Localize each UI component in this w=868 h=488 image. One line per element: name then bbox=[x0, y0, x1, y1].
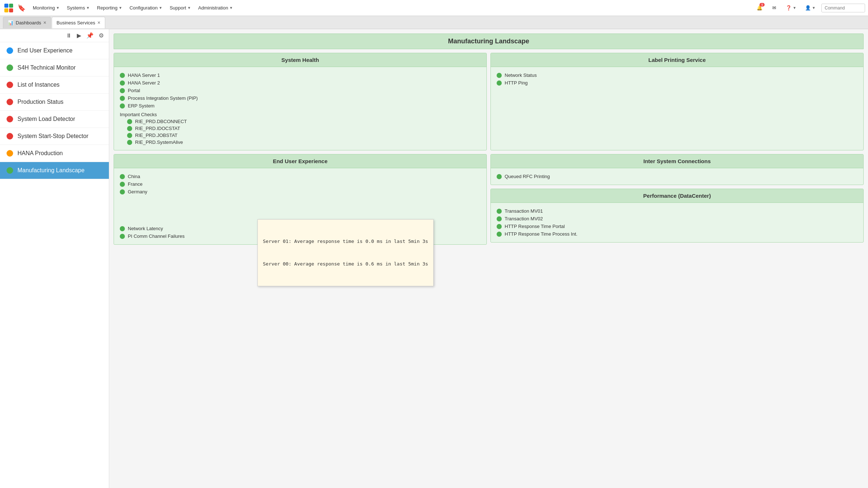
dashboards-icon: 📊 bbox=[8, 20, 13, 25]
pause-button[interactable]: ⏸ bbox=[64, 32, 73, 40]
panel-label-printing: Label Printing Service Network Status HT… bbox=[490, 53, 864, 150]
dropdown-arrow: ▼ bbox=[187, 6, 191, 10]
notification-badge: 9 bbox=[760, 3, 765, 7]
sidebar-item-list-instances[interactable]: List of Instances bbox=[0, 76, 109, 94]
pin-icon[interactable]: 📌 bbox=[85, 31, 95, 40]
list-item: HTTP Ping bbox=[497, 79, 857, 87]
status-dot bbox=[497, 209, 502, 214]
topnav-right-section: 🔔 9 ✉ ❓ ▼ 👤 ▼ bbox=[754, 2, 865, 14]
sidebar-item-system-load[interactable]: System Load Detector bbox=[0, 111, 109, 128]
command-input[interactable] bbox=[821, 4, 865, 12]
status-dot-manufacturing bbox=[7, 167, 13, 174]
nav-systems[interactable]: Systems ▼ bbox=[64, 4, 93, 12]
help-icon: ❓ bbox=[786, 5, 792, 11]
list-item: RIE_PRD.SystemAlive bbox=[120, 139, 481, 146]
sidebar-label-manufacturing: Manufacturing Landscape bbox=[17, 167, 84, 174]
list-item: ERP System bbox=[120, 102, 481, 110]
sidebar-label-hana-production: HANA Production bbox=[17, 150, 63, 157]
dropdown-arrow: ▼ bbox=[86, 6, 90, 10]
panel-inter-system-body: Queued RFC Printing bbox=[491, 168, 863, 185]
landscape-header: Manufacturing Landscape bbox=[114, 34, 864, 49]
tab-business-services[interactable]: Business Services × bbox=[52, 17, 105, 28]
status-dot-production-status bbox=[7, 99, 13, 105]
list-item: Network Status bbox=[497, 71, 857, 79]
panel-system-health-body: HANA Server 1 HANA Server 2 Portal bbox=[114, 67, 486, 150]
tab-dashboards[interactable]: 📊 Dashboards × bbox=[3, 17, 51, 28]
sidebar-item-production-status[interactable]: Production Status bbox=[0, 94, 109, 111]
status-dot bbox=[120, 189, 125, 194]
status-dot bbox=[497, 73, 502, 78]
section-label-important-checks: Important Checks bbox=[120, 110, 481, 118]
panel-system-health: System Health HANA Server 1 HANA Server … bbox=[114, 53, 487, 150]
dropdown-arrow: ▼ bbox=[229, 6, 233, 10]
list-item: France bbox=[120, 180, 481, 188]
panel-inter-system-header: Inter System Connections bbox=[491, 154, 863, 168]
sidebar-item-s4h-technical[interactable]: S4H Technical Monitor bbox=[0, 59, 109, 76]
help-button[interactable]: ❓ ▼ bbox=[783, 4, 799, 12]
settings-icon[interactable]: ⚙ bbox=[97, 31, 105, 40]
play-button[interactable]: ▶ bbox=[75, 31, 83, 40]
status-dot bbox=[120, 96, 125, 101]
list-item: HANA Server 1 bbox=[120, 71, 481, 79]
sidebar-label-end-user-experience: End User Experience bbox=[17, 47, 72, 54]
list-item: RIE_PRD.JOBSTAT bbox=[120, 132, 481, 139]
dropdown-arrow: ▼ bbox=[56, 6, 60, 10]
tooltip-line1: Server 01: Average response time is 0.0 … bbox=[263, 238, 428, 245]
panel-label-printing-body: Network Status HTTP Ping bbox=[491, 67, 863, 91]
nav-reporting[interactable]: Reporting ▼ bbox=[94, 4, 125, 12]
status-dot-s4h bbox=[7, 64, 13, 71]
notifications-button[interactable]: 🔔 9 bbox=[754, 2, 765, 14]
list-item: HTTP Response Time Process Int. bbox=[497, 230, 857, 238]
app-logo[interactable] bbox=[3, 2, 15, 14]
list-item: Queued RFC Printing bbox=[497, 173, 857, 180]
panel-system-health-header: System Health bbox=[114, 53, 486, 67]
status-dot-hana-production bbox=[7, 150, 13, 157]
nav-configuration[interactable]: Configuration ▼ bbox=[127, 4, 165, 12]
tab-business-services-label: Business Services bbox=[56, 20, 95, 25]
sidebar-item-end-user-experience[interactable]: End User Experience bbox=[0, 42, 109, 59]
top-panels-grid: System Health HANA Server 1 HANA Server … bbox=[114, 53, 864, 150]
user-button[interactable]: 👤 ▼ bbox=[802, 4, 818, 12]
content-wrapper: Manufacturing Landscape System Health HA… bbox=[114, 34, 864, 245]
panel-performance: Performance (DataCenter) Transaction MV0… bbox=[490, 189, 864, 243]
status-dot bbox=[497, 224, 502, 229]
list-item: Transaction MV02 bbox=[497, 215, 857, 223]
status-dot bbox=[120, 234, 125, 239]
status-dot bbox=[497, 216, 502, 221]
status-dot-list-instances bbox=[7, 82, 13, 88]
list-item-germany: Germany bbox=[120, 188, 481, 196]
main-layout: ⏸ ▶ 📌 ⚙ End User Experience S4H Technica… bbox=[0, 29, 868, 488]
nav-support[interactable]: Support ▼ bbox=[167, 4, 194, 12]
status-dot bbox=[120, 73, 125, 78]
sidebar-label-list-instances: List of Instances bbox=[17, 82, 60, 88]
status-dot bbox=[120, 174, 125, 179]
sidebar-toolbar: ⏸ ▶ 📌 ⚙ bbox=[0, 29, 109, 42]
sidebar-item-hana-production[interactable]: HANA Production bbox=[0, 145, 109, 162]
status-dot bbox=[497, 232, 502, 237]
bottom-panels-grid: End User Experience China France bbox=[114, 154, 864, 245]
user-icon: 👤 bbox=[805, 5, 811, 11]
panel-inter-system: Inter System Connections Queued RFC Prin… bbox=[490, 154, 864, 185]
mail-button[interactable]: ✉ bbox=[768, 2, 780, 14]
svg-rect-0 bbox=[4, 4, 8, 8]
status-dot-system-load bbox=[7, 116, 13, 122]
list-item: Transaction MV01 bbox=[497, 207, 857, 215]
sidebar-item-manufacturing[interactable]: Manufacturing Landscape bbox=[0, 162, 109, 179]
dropdown-arrow: ▼ bbox=[159, 6, 162, 10]
list-item: China bbox=[120, 173, 481, 180]
nav-monitoring[interactable]: Monitoring ▼ bbox=[30, 4, 63, 12]
status-dot bbox=[127, 126, 132, 131]
bookmark-icon[interactable]: 🔖 bbox=[17, 4, 25, 12]
status-dot bbox=[120, 88, 125, 93]
nav-administration[interactable]: Administration ▼ bbox=[195, 4, 236, 12]
status-dot-start-stop bbox=[7, 133, 13, 139]
tab-dashboards-close[interactable]: × bbox=[43, 20, 46, 25]
dropdown-arrow: ▼ bbox=[793, 6, 796, 10]
sidebar-label-s4h: S4H Technical Monitor bbox=[17, 64, 76, 71]
panel-end-user-header: End User Experience bbox=[114, 154, 486, 168]
svg-rect-2 bbox=[4, 8, 8, 12]
content-area: Manufacturing Landscape System Health HA… bbox=[109, 29, 868, 488]
tab-business-services-close[interactable]: × bbox=[98, 20, 100, 25]
list-item: RIE_PRD.IDOCSTAT bbox=[120, 125, 481, 132]
sidebar-item-start-stop[interactable]: System Start-Stop Detector bbox=[0, 128, 109, 145]
